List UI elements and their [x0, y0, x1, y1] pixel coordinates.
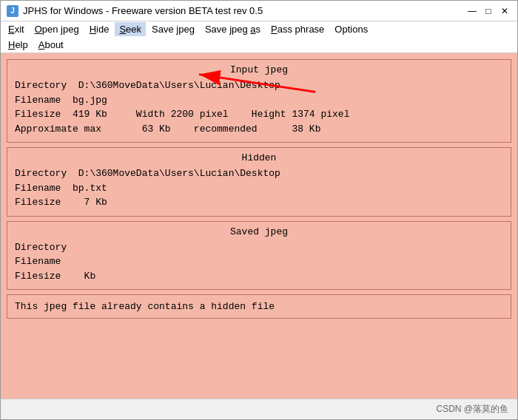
title-bar-left: J JPHS for Windows - Freeware version BE… — [7, 5, 263, 17]
menu-row-1: Exit Open jpeg Hide Seek Save jpeg Save … — [1, 21, 517, 37]
saved-jpeg-panel: Saved jpeg Directory Filename Filesize K… — [7, 221, 511, 291]
menu-pass-phrase[interactable]: Pass phrase — [266, 22, 329, 36]
hidden-panel: Hidden Directory D:\360MoveData\Users\Lu… — [7, 147, 511, 217]
input-jpeg-title: Input jpeg — [15, 64, 503, 75]
menu-row-2: Help About — [1, 37, 517, 52]
menu-options[interactable]: Options — [330, 22, 372, 36]
app-icon: J — [7, 5, 18, 17]
menu-hide[interactable]: Hide — [85, 22, 114, 36]
menu-seek[interactable]: Seek — [115, 22, 146, 36]
input-jpeg-panel: Input jpeg Directory D:\360MoveData\User… — [7, 59, 511, 143]
menu-help[interactable]: Help — [4, 38, 33, 52]
menu-bar-container: Exit Open jpeg Hide Seek Save jpeg Save … — [1, 21, 517, 53]
input-jpeg-directory: Directory D:\360MoveData\Users\Lucian\De… — [15, 78, 503, 93]
saved-jpeg-directory: Directory — [15, 240, 503, 255]
hidden-title: Hidden — [15, 152, 503, 163]
menu-save-jpeg-as[interactable]: Save jpeg as — [201, 22, 265, 36]
saved-jpeg-title: Saved jpeg — [15, 226, 503, 237]
input-jpeg-filesize: Filesize 419 Kb Width 2200 pixel Height … — [15, 107, 503, 122]
window-title: JPHS for Windows - Freeware version BETA… — [23, 5, 263, 16]
bottom-bar: CSDN @落莫的鱼 — [1, 399, 517, 419]
minimize-button[interactable]: — — [465, 4, 479, 18]
close-button[interactable]: ✕ — [498, 4, 511, 18]
status-bar: This jpeg file already contains a hidden… — [7, 294, 511, 319]
watermark: CSDN @落莫的鱼 — [436, 403, 508, 416]
restore-button[interactable]: □ — [482, 4, 495, 18]
saved-jpeg-filesize: Filesize Kb — [15, 269, 503, 284]
title-controls: — □ ✕ — [465, 4, 511, 18]
input-jpeg-filename: Filename bg.jpg — [15, 93, 503, 108]
application-window: J JPHS for Windows - Freeware version BE… — [0, 0, 518, 420]
input-jpeg-approx: Approximate max 63 Kb recommended 38 Kb — [15, 122, 503, 137]
menu-about[interactable]: About — [34, 38, 68, 52]
hidden-directory: Directory D:\360MoveData\Users\Lucian\De… — [15, 166, 503, 181]
menu-open-jpeg[interactable]: Open jpeg — [30, 22, 84, 36]
status-message: This jpeg file already contains a hidden… — [15, 301, 275, 312]
hidden-filename: Filename bp.txt — [15, 181, 503, 196]
title-bar: J JPHS for Windows - Freeware version BE… — [1, 1, 517, 21]
menu-exit[interactable]: Exit — [4, 22, 29, 36]
menu-save-jpeg[interactable]: Save jpeg — [147, 22, 199, 36]
hidden-filesize: Filesize 7 Kb — [15, 195, 503, 210]
saved-jpeg-filename: Filename — [15, 254, 503, 269]
content-area: Input jpeg Directory D:\360MoveData\User… — [1, 53, 517, 399]
